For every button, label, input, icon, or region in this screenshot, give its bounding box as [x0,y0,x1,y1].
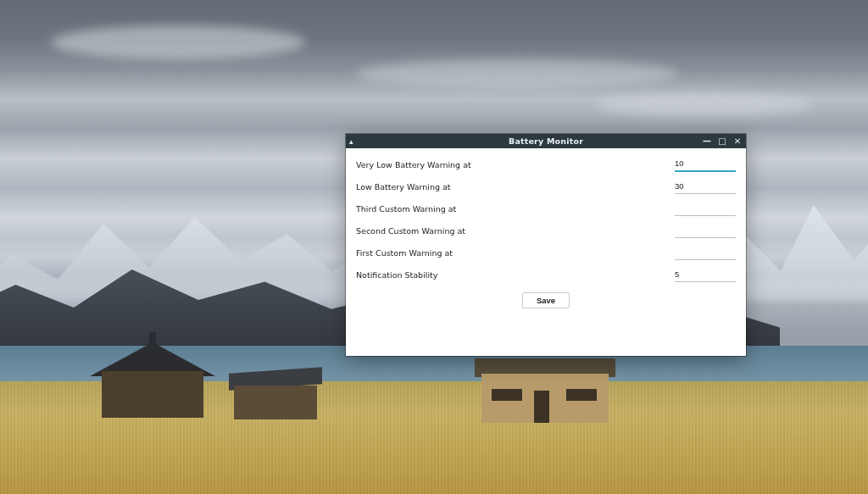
field-first-custom: First Custom Warning at [356,243,736,262]
desktop-wallpaper: ▴ Battery Monitor — □ ✕ Very Low Battery… [0,0,868,494]
field-label: Low Battery Warning at [356,182,675,191]
third-custom-input[interactable] [675,202,736,216]
window-maximize-button[interactable]: □ [717,136,727,147]
window-minimize-button[interactable]: — [702,136,712,147]
field-notification-stability: Notification Stability [356,265,736,284]
window-titlebar[interactable]: ▴ Battery Monitor — □ ✕ [346,134,746,148]
save-button[interactable]: Save [522,292,570,308]
field-very-low-battery: Very Low Battery Warning at [356,155,736,174]
field-label: Third Custom Warning at [356,204,675,214]
window-menu-arrow-icon[interactable]: ▴ [349,134,353,148]
window-close-button[interactable]: ✕ [732,136,743,147]
second-custom-input[interactable] [675,224,736,238]
field-second-custom: Second Custom Warning at [356,221,736,240]
field-third-custom: Third Custom Warning at [356,199,736,218]
battery-monitor-window: ▴ Battery Monitor — □ ✕ Very Low Battery… [346,134,746,356]
low-battery-input[interactable] [675,180,736,194]
window-title: Battery Monitor [509,136,583,146]
very-low-battery-input[interactable] [675,157,736,172]
field-label: Notification Stability [356,270,675,280]
notification-stability-input[interactable] [675,268,736,282]
field-label: Second Custom Warning at [356,226,675,236]
field-label: First Custom Warning at [356,248,675,258]
settings-form: Very Low Battery Warning at Low Battery … [346,148,746,356]
field-label: Very Low Battery Warning at [356,160,675,169]
field-low-battery: Low Battery Warning at [356,177,736,196]
first-custom-input[interactable] [675,246,736,260]
